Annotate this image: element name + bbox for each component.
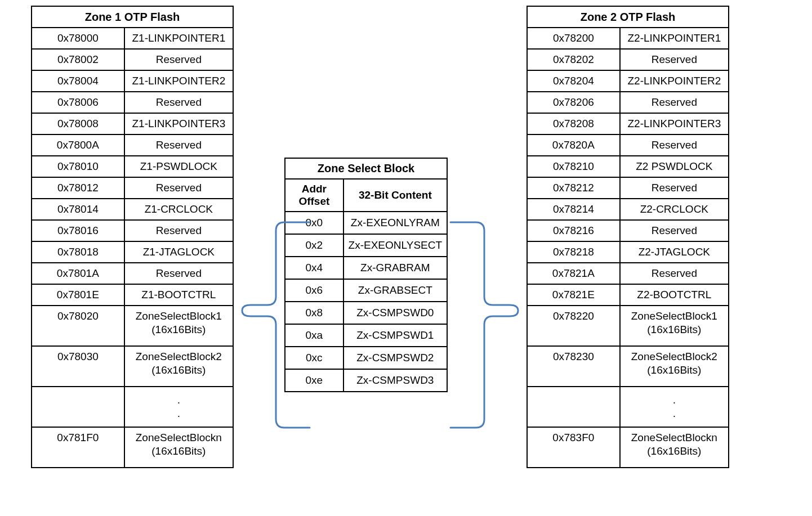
name-cell: Z2-LINKPOINTER3: [620, 113, 729, 134]
addr-cell: 0x78208: [527, 113, 620, 134]
name-cell: Reserved: [124, 134, 233, 156]
addr-cell: 0x7821E: [527, 284, 620, 306]
zsb-head-content: 32-Bit Content: [343, 179, 447, 212]
name-cell: ..: [620, 387, 729, 427]
name-cell: ZoneSelectBlock1(16x16Bits): [620, 306, 729, 346]
diagram-root: Zone 1 OTP Flash 0x78000Z1-LINKPOINTER10…: [6, 6, 806, 514]
addr-cell: 0x783F0: [527, 427, 620, 468]
addr-cell: 0x78202: [527, 49, 620, 70]
addr-cell: 0x78002: [32, 49, 124, 70]
addr-cell: 0x78214: [527, 199, 620, 220]
addr-cell: [32, 387, 124, 427]
addr-cell: 0x78010: [32, 156, 124, 177]
addr-cell: 0x78212: [527, 177, 620, 199]
name-cell: Reserved: [620, 177, 729, 199]
name-cell: Reserved: [620, 49, 729, 70]
name-cell: Reserved: [620, 92, 729, 113]
name-cell: Z2-CRCLOCK: [620, 199, 729, 220]
name-cell: Z1-BOOTCTRL: [124, 284, 233, 306]
name-cell: ZoneSelectBlock2(16x16Bits): [124, 346, 233, 387]
addr-cell: 0x78006: [32, 92, 124, 113]
content-cell: Zx-GRABSECT: [343, 279, 447, 302]
name-cell: Reserved: [124, 92, 233, 113]
addr-cell: 0x7800A: [32, 134, 124, 156]
addr-cell: 0x78210: [527, 156, 620, 177]
content-cell: Zx-CSMPSWD1: [343, 324, 447, 347]
name-cell: Z1-LINKPOINTER2: [124, 70, 233, 92]
addr-cell: 0x78206: [527, 92, 620, 113]
addr-cell: 0x78030: [32, 346, 124, 387]
addr-cell: 0x78204: [527, 70, 620, 92]
addr-cell: 0x781F0: [32, 427, 124, 468]
zone1-body: 0x78000Z1-LINKPOINTER10x78002Reserved0x7…: [32, 28, 233, 468]
name-cell: Z2-BOOTCTRL: [620, 284, 729, 306]
name-cell: Reserved: [124, 49, 233, 70]
addr-cell: 0x7801A: [32, 263, 124, 284]
addr-cell: 0x7820A: [527, 134, 620, 156]
name-cell: ..: [124, 387, 233, 427]
name-cell: ZoneSelectBlock2(16x16Bits): [620, 346, 729, 387]
name-cell: Z2-JTAGLOCK: [620, 241, 729, 263]
name-cell: Z1-PSWDLOCK: [124, 156, 233, 177]
addr-cell: 0x78012: [32, 177, 124, 199]
addr-cell: 0x78020: [32, 306, 124, 346]
name-cell: Reserved: [620, 134, 729, 156]
name-cell: ZoneSelectBlockn(16x16Bits): [620, 427, 729, 468]
addr-cell: 0x78008: [32, 113, 124, 134]
content-cell: Zx-GRABRAM: [343, 257, 447, 279]
content-cell: Zx-EXEONLYSECT: [343, 234, 447, 257]
zone2-body: 0x78200Z2-LINKPOINTER10x78202Reserved0x7…: [527, 28, 729, 468]
addr-cell: 0x78218: [527, 241, 620, 263]
name-cell: Reserved: [620, 263, 729, 284]
content-cell: Zx-CSMPSWD3: [343, 369, 447, 392]
name-cell: Reserved: [124, 220, 233, 241]
name-cell: Z1-JTAGLOCK: [124, 241, 233, 263]
addr-cell: 0x78018: [32, 241, 124, 263]
name-cell: Reserved: [620, 220, 729, 241]
name-cell: Z2-LINKPOINTER2: [620, 70, 729, 92]
addr-cell: 0x7821A: [527, 263, 620, 284]
zone2-column: Zone 2 OTP Flash 0x78200Z2-LINKPOINTER10…: [527, 6, 729, 468]
addr-cell: 0x78230: [527, 346, 620, 387]
name-cell: Z2-LINKPOINTER1: [620, 28, 729, 49]
addr-cell: 0x7801E: [32, 284, 124, 306]
addr-cell: 0x78220: [527, 306, 620, 346]
name-cell: Z2 PSWDLOCK: [620, 156, 729, 177]
addr-cell: 0x78216: [527, 220, 620, 241]
zone2-title: Zone 2 OTP Flash: [527, 6, 729, 28]
addr-cell: 0x78000: [32, 28, 124, 49]
zone1-column: Zone 1 OTP Flash 0x78000Z1-LINKPOINTER10…: [31, 6, 234, 468]
name-cell: Reserved: [124, 263, 233, 284]
name-cell: Z1-CRCLOCK: [124, 199, 233, 220]
name-cell: Reserved: [124, 177, 233, 199]
zone1-title: Zone 1 OTP Flash: [32, 6, 233, 28]
addr-cell: [527, 387, 620, 427]
name-cell: Z1-LINKPOINTER3: [124, 113, 233, 134]
addr-cell: 0x78200: [527, 28, 620, 49]
addr-cell: 0x78016: [32, 220, 124, 241]
name-cell: ZoneSelectBlockn(16x16Bits): [124, 427, 233, 468]
zone2-table: Zone 2 OTP Flash 0x78200Z2-LINKPOINTER10…: [527, 6, 729, 468]
zone1-table: Zone 1 OTP Flash 0x78000Z1-LINKPOINTER10…: [31, 6, 234, 468]
addr-cell: 0x78014: [32, 199, 124, 220]
name-cell: Z1-LINKPOINTER1: [124, 28, 233, 49]
left-brace: [234, 6, 284, 514]
content-cell: Zx-EXEONLYRAM: [343, 212, 447, 234]
content-cell: Zx-CSMPSWD2: [343, 347, 447, 369]
addr-cell: 0x78004: [32, 70, 124, 92]
right-brace: [448, 6, 498, 514]
name-cell: ZoneSelectBlock1(16x16Bits): [124, 306, 233, 346]
content-cell: Zx-CSMPSWD0: [343, 302, 447, 324]
